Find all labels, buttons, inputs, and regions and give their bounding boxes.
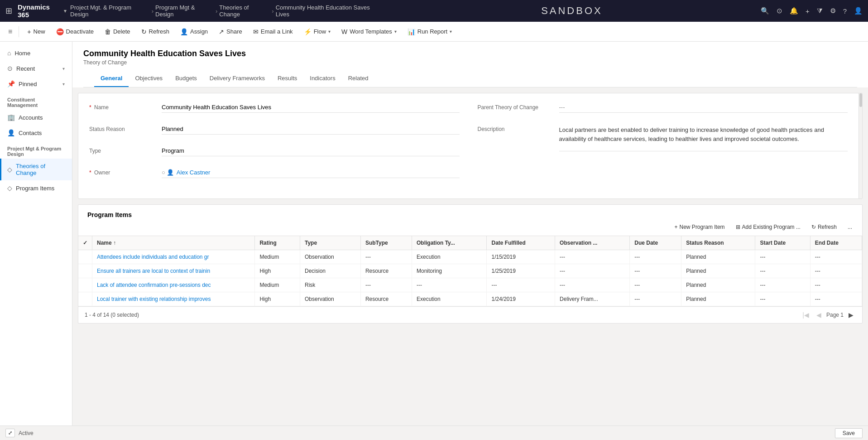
assign-button[interactable]: 👤 Assign [176, 26, 212, 38]
row3-end-date: --- [810, 278, 862, 292]
row4-obligation-type: Execution [412, 292, 487, 306]
new-program-item-button[interactable]: + New Program Item [670, 222, 729, 232]
run-report-icon: 📊 [408, 28, 415, 35]
row4-observation: Delivery Fram... [555, 292, 630, 306]
row4-check[interactable] [78, 292, 92, 306]
deactivate-button[interactable]: ⛔ Deactivate [52, 26, 98, 38]
row1-rating: Medium [255, 250, 300, 264]
row3-type: Risk [300, 278, 360, 292]
breadcrumb-item-2[interactable]: Program Mgt & Design [155, 4, 214, 18]
recent-icon: ⊙ [7, 65, 13, 72]
name-value[interactable]: Community Health Education Saves Lives [162, 102, 460, 113]
tabs-bar: General Objectives Budgets Delivery Fram… [83, 70, 857, 87]
breadcrumb-item-3[interactable]: Theories of Change [219, 4, 270, 18]
col-obligation-type[interactable]: Obligation Ty... [412, 236, 487, 250]
row2-check[interactable] [78, 264, 92, 278]
description-value[interactable]: Local partners are best enabled to deliv… [559, 124, 848, 151]
new-button[interactable]: + New [23, 26, 49, 38]
circle-icon[interactable]: ⊙ [777, 7, 782, 15]
settings-icon[interactable]: ⚙ [830, 7, 836, 15]
col-check[interactable]: ✓ [78, 236, 92, 250]
program-items-icon: ◇ [7, 184, 12, 192]
bell-icon[interactable]: 🔔 [790, 7, 798, 15]
sidebar-item-theories-of-change[interactable]: ◇ Theories of Change [0, 159, 72, 180]
help-icon[interactable]: ? [843, 7, 847, 15]
subgrid-more-button[interactable]: ... [843, 222, 857, 232]
owner-person-icon: 👤 [167, 169, 174, 176]
tab-related[interactable]: Related [342, 70, 375, 87]
user-icon[interactable]: 👤 [854, 7, 863, 15]
row3-check[interactable] [78, 278, 92, 292]
email-icon: ✉ [253, 28, 259, 35]
owner-value[interactable]: ○ 👤 Alex Castner [162, 168, 460, 178]
prev-page-button[interactable]: ◀ [814, 310, 824, 319]
tab-general[interactable]: General [94, 70, 129, 87]
col-due-date[interactable]: Due Date [630, 236, 681, 250]
row2-name[interactable]: Ensure all trainers are local to context… [92, 264, 255, 278]
breadcrumb-sep-2: › [216, 8, 217, 15]
col-status-reason[interactable]: Status Reason [681, 236, 755, 250]
status-reason-value[interactable]: Planned [162, 124, 460, 135]
refresh-button[interactable]: ↻ Refresh [137, 26, 174, 38]
tab-indicators[interactable]: Indicators [303, 70, 341, 87]
col-type[interactable]: Type [300, 236, 360, 250]
type-value[interactable]: Program [162, 146, 460, 156]
expand-button[interactable]: ⤢ [5, 429, 15, 437]
breadcrumb-item-1[interactable]: Project Mgt. & Program Design [70, 4, 150, 18]
constituent-management-header: Constituent Management [0, 92, 72, 110]
main-layout: ⌂ Home ⊙ Recent ▾ 📌 Pinned ▾ Constituent… [0, 42, 868, 425]
row1-name[interactable]: Attendees include individuals and educat… [92, 250, 255, 264]
waffle-icon[interactable]: ⊞ [5, 6, 12, 16]
word-templates-button[interactable]: W Word Templates ▾ [337, 26, 401, 38]
tab-budgets[interactable]: Budgets [169, 70, 203, 87]
col-end-date[interactable]: End Date [810, 236, 862, 250]
email-link-button[interactable]: ✉ Email a Link [249, 26, 297, 38]
table-row: Local trainer with existing relationship… [78, 292, 862, 306]
delete-button[interactable]: 🗑 Delete [100, 26, 135, 38]
recent-expand-icon: ▾ [62, 66, 65, 71]
sidebar-item-accounts[interactable]: 🏢 Accounts [0, 110, 72, 125]
save-button[interactable]: Save [835, 428, 863, 438]
tab-objectives[interactable]: Objectives [129, 70, 169, 87]
owner-link[interactable]: Alex Castner [177, 169, 210, 176]
col-rating[interactable]: Rating [255, 236, 300, 250]
subgrid-refresh-button[interactable]: ↻ Refresh [807, 222, 841, 232]
sidebar-item-pinned[interactable]: 📌 Pinned ▾ [0, 76, 72, 92]
breadcrumb: Project Mgt. & Program Design › Program … [70, 4, 383, 18]
row2-start-date: --- [755, 264, 810, 278]
add-existing-program-button[interactable]: ⊞ Add Existing Program ... [731, 222, 805, 232]
sidebar-item-program-items[interactable]: ◇ Program Items [0, 180, 72, 196]
description-field: Description Local partners are best enab… [478, 124, 848, 151]
col-name[interactable]: Name ↑ [92, 236, 255, 250]
col-date-fulfilled[interactable]: Date Fulfilled [487, 236, 555, 250]
col-observation[interactable]: Observation ... [555, 236, 630, 250]
sidebar-item-contacts[interactable]: 👤 Contacts [0, 125, 72, 140]
col-start-date[interactable]: Start Date [755, 236, 810, 250]
assign-icon: 👤 [180, 28, 188, 35]
share-button[interactable]: ↗ Share [214, 26, 247, 38]
app-name[interactable]: Dynamics 365 ▾ [18, 3, 67, 19]
project-mgt-header: Project Mgt & Program Design [0, 140, 72, 159]
row1-date-fulfilled: 1/15/2019 [487, 250, 555, 264]
tab-delivery-frameworks[interactable]: Delivery Frameworks [203, 70, 271, 87]
col-subtype[interactable]: SubType [360, 236, 412, 250]
parent-theory-value[interactable]: --- [559, 102, 848, 113]
filter-icon[interactable]: ⧩ [817, 7, 823, 15]
flow-button[interactable]: ⚡ Flow ▾ [299, 26, 335, 38]
first-page-button[interactable]: |◀ [800, 310, 811, 319]
row1-check[interactable] [78, 250, 92, 264]
run-report-button[interactable]: 📊 Run Report ▾ [403, 26, 456, 38]
row2-date-fulfilled: 1/25/2019 [487, 264, 555, 278]
sidebar-item-recent[interactable]: ⊙ Recent ▾ [0, 61, 72, 76]
next-page-button[interactable]: ▶ [846, 310, 856, 319]
sidebar-item-home[interactable]: ⌂ Home [0, 45, 72, 61]
sidebar-toggle-button[interactable]: ≡ [5, 26, 15, 38]
row4-name[interactable]: Local trainer with existing relationship… [92, 292, 255, 306]
plus-icon[interactable]: + [806, 7, 810, 15]
form-scrollbar[interactable] [858, 93, 862, 198]
row3-due-date: --- [630, 278, 681, 292]
search-icon[interactable]: 🔍 [761, 7, 769, 15]
tab-results[interactable]: Results [271, 70, 303, 87]
row4-start-date: --- [755, 292, 810, 306]
row3-name[interactable]: Lack of attendee confirmation pre-sessio… [92, 278, 255, 292]
